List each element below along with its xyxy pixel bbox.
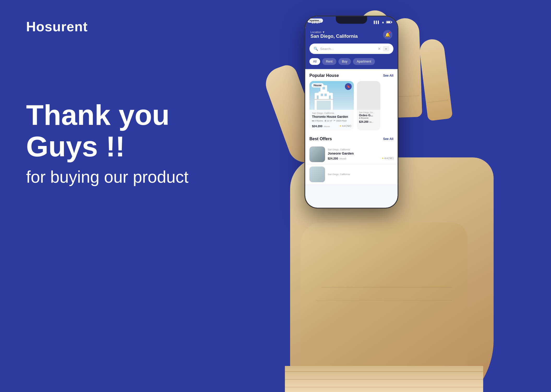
main-heading: Thank you Guys !! <box>26 99 209 162</box>
main-content: Popular House See All <box>305 69 398 185</box>
notification-dot <box>388 32 391 34</box>
property-card-house[interactable]: House 🔖 San Diego, California Thoronto H… <box>309 81 354 130</box>
filter-tabs: All Rent Buy Apartment <box>305 58 398 69</box>
location-name: San Diego, California <box>310 34 358 39</box>
house-price-row: $24.200 /Month ★ 4.4 (52) <box>312 124 351 128</box>
house-price: $24.200 /Month <box>312 124 330 128</box>
tab-rent[interactable]: Rent <box>322 58 336 65</box>
offer-card-1[interactable]: San Diego, California Joneore Garden $24… <box>305 144 398 164</box>
apt-card-info: San Diego, Ca... Ordeo G... 4 Rooms $24.… <box>357 110 380 125</box>
location-info: Location ▼ San Diego, California <box>310 30 358 39</box>
popular-see-all[interactable]: See All <box>383 74 393 77</box>
offer-info-2: San Diego, California <box>328 173 393 176</box>
search-icon: 🔍 <box>314 47 318 51</box>
search-clear-icon[interactable]: ✕ <box>378 47 381 51</box>
location-label: Location ▼ <box>310 30 358 34</box>
bed-icon: 🛏 <box>312 120 314 122</box>
knuckle-line-2 <box>316 300 452 301</box>
tab-all[interactable]: All <box>309 58 320 65</box>
house-area: ⊞ 12 m² <box>325 120 332 122</box>
offers-see-all[interactable]: See All <box>383 137 393 141</box>
best-offers-section: Best Offers See All San Diego, Californi… <box>305 134 398 185</box>
offers-title: Best Offers <box>309 137 332 141</box>
offer-info-1: San Diego, California Joneore Garden $24… <box>328 148 393 161</box>
phone-screen: 19:27 ▌▌▌ ▲ Location ▼ San Diego, Calif <box>305 16 398 208</box>
house-rooms: 🛏 4 Rooms <box>312 120 323 122</box>
knuckle-line <box>321 287 452 288</box>
offer-image-2 <box>309 167 325 182</box>
property-card-apartment[interactable]: Apartme... San Diego, Ca... Ordeo G... 4… <box>357 81 380 130</box>
apt-card-image: Apartme... <box>357 81 380 110</box>
property-cards: House 🔖 San Diego, California Thoronto H… <box>305 81 398 134</box>
wrist-sleeve <box>285 366 483 392</box>
sub-heading: for buying our product <box>26 167 209 187</box>
offer-star-icon: ★ <box>382 157 384 160</box>
house-card-info: San Diego, California Thoronto House Gar… <box>309 110 354 130</box>
star-icon: ★ <box>339 125 342 127</box>
battery-icon <box>386 21 391 23</box>
popular-section-header: Popular House See All <box>305 73 398 81</box>
card-image-house: House 🔖 <box>309 81 354 110</box>
app-header: Location ▼ San Diego, California 🔔 <box>305 28 398 44</box>
hero-content: Thank you Guys !! for buying our product <box>26 99 209 187</box>
house-name: Thoronto House Garden <box>312 115 351 119</box>
tab-apartment[interactable]: Apartment <box>353 58 375 65</box>
house-bookmark[interactable]: 🔖 <box>345 83 352 90</box>
popular-title: Popular House <box>309 73 339 78</box>
floor-icon: ⊢ <box>334 120 336 122</box>
tab-buy[interactable]: Buy <box>338 58 351 65</box>
brand-logo: Hosurent <box>26 19 88 34</box>
phone-mockup: 19:27 ▌▌▌ ▲ Location ▼ San Diego, Calif <box>304 16 398 209</box>
offer-image-1 <box>309 146 325 162</box>
search-bar[interactable]: 🔍 Search... ✕ ≡ <box>309 44 393 54</box>
search-filter-icon[interactable]: ≡ <box>383 46 389 51</box>
house-type-badge: House <box>312 83 324 88</box>
notification-bell[interactable]: 🔔 <box>383 30 392 39</box>
offer-location-2: San Diego, California <box>328 173 393 176</box>
finger-pinky <box>418 38 453 121</box>
phone-notch <box>336 16 367 24</box>
search-placeholder: Search... <box>320 47 376 51</box>
house-rating: ★ 4.4 (52) <box>339 125 351 127</box>
house-location: San Diego, California <box>312 112 351 114</box>
search-container: 🔍 Search... ✕ ≡ <box>305 44 398 58</box>
offer-price-1: $24.200 /Month <box>328 156 346 161</box>
house-specs: 🛏 4 Rooms ⊞ 12 m² ⊢ 15/24 Floor <box>312 120 351 122</box>
offer-location-1: San Diego, California <box>328 148 393 151</box>
offer-card-2[interactable]: San Diego, California <box>305 164 398 185</box>
hand-phone-area: 19:27 ▌▌▌ ▲ Location ▼ San Diego, Calif <box>264 0 551 392</box>
offer-image-inner-1 <box>309 146 325 162</box>
signal-icon: ▌▌▌ <box>374 21 380 24</box>
offer-price-row-1: $24.200 /Month ★ 4.4 (52) <box>328 156 393 161</box>
status-icons: ▌▌▌ ▲ <box>374 20 391 24</box>
offers-section-header: Best Offers See All <box>305 137 398 144</box>
area-icon: ⊞ <box>325 120 326 122</box>
offer-name-1: Joneore Garden <box>328 151 393 155</box>
offer-rating-1: ★ 4.4 (52) <box>382 157 393 160</box>
house-floor: ⊢ 15/24 Floor <box>334 120 346 122</box>
wifi-icon: ▲ <box>381 20 385 24</box>
